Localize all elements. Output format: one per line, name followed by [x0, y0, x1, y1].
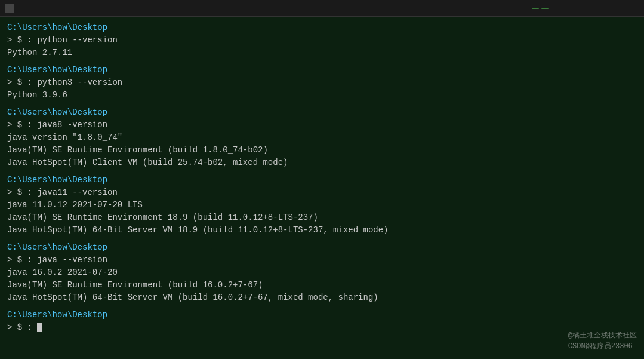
output-line-0: Python 3.9.6 — [7, 89, 637, 102]
output-line-0: java 16.0.2 2021-07-20 — [7, 266, 637, 279]
output-line-0: java version "1.8.0_74" — [7, 131, 637, 144]
terminal-block-2: C:\Users\how\Desktop> $ : java8 -version… — [7, 106, 637, 169]
path-line: C:\Users\how\Desktop — [7, 241, 637, 254]
last-prompt-line[interactable]: > $ : — [7, 321, 637, 334]
path-line: C:\Users\how\Desktop — [7, 174, 637, 186]
titlebar — [0, 0, 644, 17]
add-tab-button[interactable] — [532, 8, 539, 9]
output-line-1: Java(TM) SE Runtime Environment (build 1… — [7, 279, 637, 292]
close-button[interactable] — [628, 3, 639, 14]
app-icon — [5, 4, 14, 13]
output-line-2: Java HotSpot(TM) 64-Bit Server VM (build… — [7, 292, 637, 304]
command-line: > $ : python --version — [7, 34, 637, 47]
output-line-2: Java HotSpot(TM) 64-Bit Server VM 18.9 (… — [7, 224, 637, 237]
split-button[interactable] — [575, 3, 586, 14]
watermark: @橘土堆全栈技术社区CSDN@程序员23306 — [568, 330, 637, 352]
command-line: > $ : python3 --version — [7, 76, 637, 89]
dropdown-button[interactable] — [541, 8, 549, 9]
lock-button[interactable] — [563, 3, 574, 14]
path-line: C:\Users\how\Desktop — [7, 106, 637, 119]
maximize-button[interactable] — [615, 3, 626, 14]
terminal-block-0: C:\Users\how\Desktop> $ : python --versi… — [7, 22, 637, 59]
terminal-block-3: C:\Users\how\Desktop> $ : java11 --versi… — [7, 174, 637, 237]
command-line: > $ : java --version — [7, 254, 637, 266]
terminal-window: C:\Users\how\Desktop> $ : python --versi… — [0, 17, 644, 359]
watermark-1: @橘土堆全栈技术社区 — [568, 330, 637, 341]
output-line-1: Java(TM) SE Runtime Environment (build 1… — [7, 144, 637, 157]
terminal-block-4: C:\Users\how\Desktop> $ : java --version… — [7, 241, 637, 304]
command-line: > $ : java11 --version — [7, 186, 637, 199]
output-line-2: Java HotSpot(TM) Client VM (build 25.74-… — [7, 157, 637, 169]
restore-button[interactable] — [551, 3, 562, 14]
output-line-1: Java(TM) SE Runtime Environment 18.9 (bu… — [7, 211, 637, 224]
output-line-0: java 11.0.12 2021-07-20 LTS — [7, 199, 637, 211]
panel-button[interactable] — [587, 3, 597, 14]
minimize-button[interactable] — [602, 3, 613, 14]
last-path: C:\Users\how\Desktop — [7, 309, 637, 321]
terminal-block-1: C:\Users\how\Desktop> $ : python3 --vers… — [7, 64, 637, 102]
path-line: C:\Users\how\Desktop — [7, 22, 637, 34]
output-line-0: Python 2.7.11 — [7, 47, 637, 59]
path-line: C:\Users\how\Desktop — [7, 64, 637, 76]
watermark-2: CSDN@程序员23306 — [568, 341, 637, 352]
command-line: > $ : java8 -version — [7, 119, 637, 131]
